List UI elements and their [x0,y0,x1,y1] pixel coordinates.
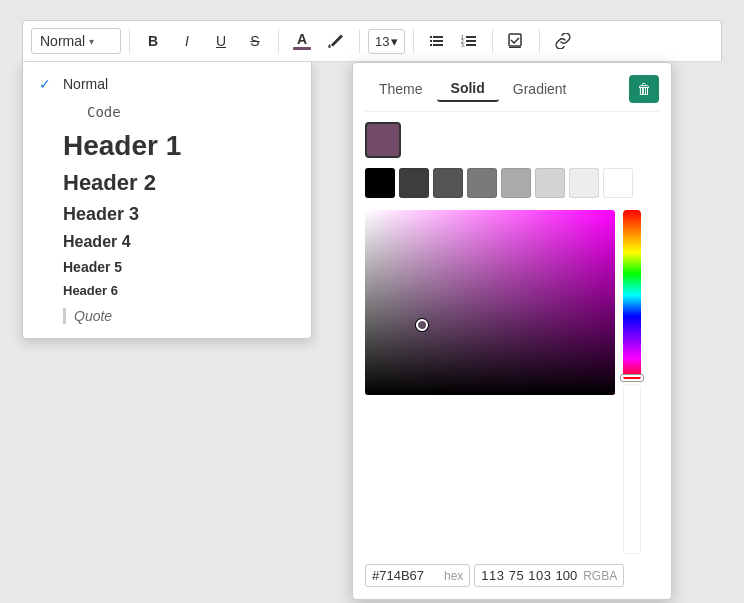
toolbar: Normal ▾ B I U S A 13 ▾ [22,20,722,62]
font-color-button[interactable]: A [287,27,317,55]
svg-rect-3 [433,40,443,42]
tab-solid[interactable]: Solid [437,76,499,102]
dropdown-label-h2: Header 2 [63,170,156,196]
tab-theme-label: Theme [379,81,423,97]
delete-color-button[interactable]: 🗑 [629,75,659,103]
dropdown-label-h5: Header 5 [63,259,122,275]
dropdown-item-quote[interactable]: Quote [23,302,311,330]
dropdown-label-normal: Normal [63,76,108,92]
hex-rgba-row: hex 113 75 103 100 RGBA [365,564,659,587]
chevron-down-icon: ▾ [89,36,94,47]
svg-rect-2 [430,40,432,42]
preset-dark1[interactable] [399,168,429,198]
dropdown-item-h3[interactable]: Header 3 [23,200,311,229]
dropdown-label-h3: Header 3 [63,204,139,225]
style-dropdown-label: Normal [40,33,85,49]
link-icon [554,33,572,49]
preset-dark2[interactable] [433,168,463,198]
rgba-values: 113 75 103 [481,568,551,583]
preset-black[interactable] [365,168,395,198]
hue-strip-wrapper [623,210,641,554]
dropdown-item-code[interactable]: Code [23,98,311,126]
paint-icon [328,33,344,49]
svg-rect-13 [509,47,521,48]
toolbar-separator-2 [278,29,279,53]
hue-cursor [621,375,643,381]
dropdown-item-h1[interactable]: Header 1 [23,126,311,166]
color-gradient-canvas[interactable] [365,210,615,395]
checklist-button[interactable] [501,27,531,55]
dropdown-label-h6: Header 6 [63,283,118,298]
checkmark-icon: ✓ [39,76,55,92]
preset-gray2[interactable] [501,168,531,198]
unordered-list-button[interactable] [422,27,452,55]
svg-rect-12 [509,34,521,46]
svg-rect-9 [466,36,476,38]
toolbar-separator-1 [129,29,130,53]
checklist-icon [508,33,524,49]
rgba-label: RGBA [583,569,617,583]
ordered-list-button[interactable]: 1. 2. 3. [454,27,484,55]
font-size-control[interactable]: 13 ▾ [368,29,405,54]
gradient-darkness-bg [365,210,615,395]
font-color-letter: A [297,32,307,46]
font-color-bar [293,47,311,50]
main-area: ✓ Normal Code Header 1 Header 2 Header 3… [22,62,722,339]
color-cursor [416,319,428,331]
hex-input-wrapper: hex [365,564,470,587]
preset-gray1[interactable] [467,168,497,198]
selected-color-preview[interactable] [365,122,401,158]
preset-light1[interactable] [569,168,599,198]
dropdown-label-code: Code [87,104,121,120]
preset-white[interactable] [603,168,633,198]
hex-input[interactable] [372,568,440,583]
list-buttons: 1. 2. 3. [422,27,484,55]
svg-rect-1 [433,36,443,38]
font-size-value: 13 [375,34,389,49]
dropdown-item-h2[interactable]: Header 2 [23,166,311,200]
hue-strip[interactable] [623,210,641,380]
svg-rect-10 [466,40,476,42]
color-picker-tabs: Theme Solid Gradient 🗑 [365,75,659,112]
link-button[interactable] [548,27,578,55]
dropdown-item-h5[interactable]: Header 5 [23,255,311,279]
underline-button[interactable]: U [206,27,236,55]
color-picker-panel: Theme Solid Gradient 🗑 [352,62,672,600]
strikethrough-button[interactable]: S [240,27,270,55]
toolbar-separator-3 [359,29,360,53]
svg-rect-0 [430,36,432,38]
rgba-input-wrapper[interactable]: 113 75 103 100 RGBA [474,564,624,587]
dropdown-item-h4[interactable]: Header 4 [23,229,311,255]
dropdown-label-quote: Quote [74,308,112,324]
hex-label: hex [444,569,463,583]
tab-gradient[interactable]: Gradient [499,76,581,102]
dropdown-item-normal[interactable]: ✓ Normal [23,70,311,98]
paint-button[interactable] [321,27,351,55]
font-size-chevron-icon: ▾ [391,34,398,49]
style-dropdown[interactable]: Normal ▾ [31,28,121,54]
svg-rect-4 [430,44,432,46]
dropdown-item-h6[interactable]: Header 6 [23,279,311,302]
delete-icon: 🗑 [637,81,651,97]
opacity-strip[interactable] [623,384,641,554]
preset-colors [365,168,659,198]
svg-text:3.: 3. [461,42,465,48]
list-ol-icon: 1. 2. 3. [461,33,477,49]
style-dropdown-panel: ✓ Normal Code Header 1 Header 2 Header 3… [22,62,312,339]
rgba-alpha: 100 [555,568,577,583]
dropdown-label-h1: Header 1 [63,130,181,162]
italic-button[interactable]: I [172,27,202,55]
list-ul-icon [429,33,445,49]
color-tabs-group: Theme Solid Gradient [365,76,581,102]
tab-theme[interactable]: Theme [365,76,437,102]
preset-gray3[interactable] [535,168,565,198]
toolbar-separator-6 [539,29,540,53]
bold-button[interactable]: B [138,27,168,55]
dropdown-label-h4: Header 4 [63,233,131,251]
tab-solid-label: Solid [451,80,485,96]
svg-rect-11 [466,44,476,46]
svg-rect-5 [433,44,443,46]
toolbar-separator-4 [413,29,414,53]
tab-gradient-label: Gradient [513,81,567,97]
toolbar-separator-5 [492,29,493,53]
